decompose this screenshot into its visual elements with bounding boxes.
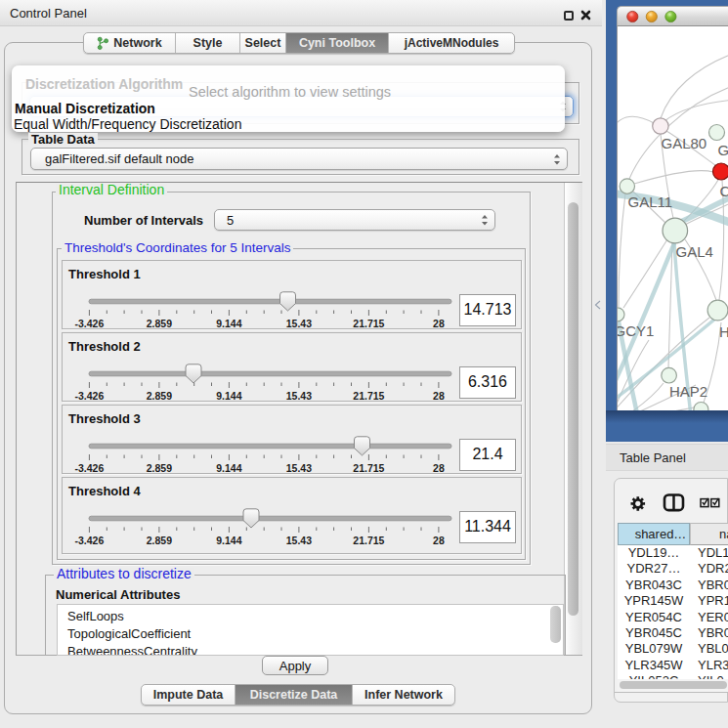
- svg-text:2.859: 2.859: [147, 390, 172, 402]
- svg-text:9.144: 9.144: [216, 318, 241, 329]
- svg-text:GA: GA: [718, 142, 728, 158]
- svg-text:15.43: 15.43: [286, 318, 312, 329]
- svg-text:2.859: 2.859: [147, 462, 172, 474]
- svg-text:-3.426: -3.426: [75, 318, 105, 329]
- svg-text:9.144: 9.144: [216, 390, 241, 402]
- svg-text:15.43: 15.43: [286, 462, 312, 474]
- svg-text:28: 28: [433, 390, 445, 402]
- svg-text:-3.426: -3.426: [75, 535, 105, 546]
- svg-text:21.715: 21.715: [353, 535, 384, 546]
- svg-text:21.715: 21.715: [353, 318, 384, 329]
- svg-text:-3.426: -3.426: [75, 462, 105, 474]
- svg-text:28: 28: [433, 535, 445, 546]
- svg-text:CY: CY: [720, 183, 728, 199]
- svg-text:15.43: 15.43: [286, 535, 312, 546]
- svg-text:2.859: 2.859: [147, 535, 172, 546]
- svg-text:15.43: 15.43: [286, 390, 312, 402]
- svg-text:GAL11: GAL11: [628, 193, 673, 210]
- svg-text:HI: HI: [719, 323, 728, 340]
- svg-text:2.859: 2.859: [147, 318, 172, 329]
- svg-text:GAL80: GAL80: [662, 135, 707, 151]
- svg-text:-3.426: -3.426: [75, 390, 105, 402]
- svg-text:21.715: 21.715: [353, 462, 384, 474]
- svg-text:HAP2: HAP2: [669, 383, 707, 400]
- svg-text:9.144: 9.144: [216, 462, 241, 474]
- svg-text:28: 28: [433, 318, 445, 329]
- svg-text:21.715: 21.715: [353, 390, 384, 402]
- svg-text:9.144: 9.144: [216, 535, 241, 546]
- svg-text:28: 28: [433, 462, 445, 474]
- svg-text:GCY1: GCY1: [618, 322, 654, 339]
- svg-text:GAL4: GAL4: [676, 243, 713, 260]
